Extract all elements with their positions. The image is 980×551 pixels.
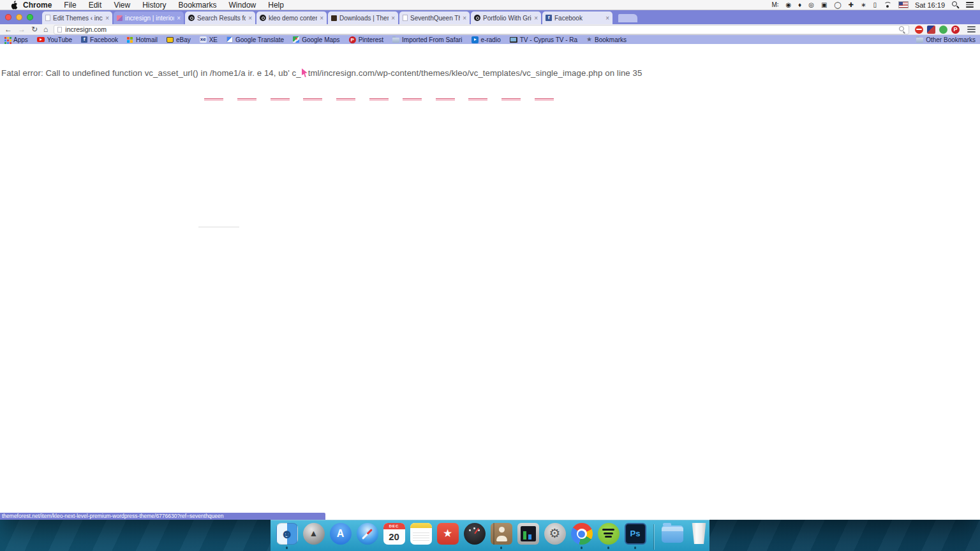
dock-downloads-folder[interactable] — [661, 523, 683, 547]
dock-chrome[interactable] — [570, 523, 593, 549]
new-tab-button[interactable] — [618, 14, 637, 22]
bookmark-google-maps[interactable]: Google Maps — [293, 36, 339, 43]
chrome-menu-icon[interactable] — [967, 26, 976, 33]
menu-link-underline[interactable] — [271, 98, 290, 101]
dock-calendar[interactable]: DEC 20 — [383, 523, 405, 549]
menu-link-underline[interactable] — [468, 98, 487, 101]
address-bar[interactable]: incresign.com — [54, 25, 909, 34]
tab-close-icon[interactable]: × — [605, 15, 609, 22]
menu-bar-clock[interactable]: Sat 16:19 — [915, 1, 945, 9]
menu-link-underline[interactable] — [501, 98, 521, 101]
camera-lens-icon[interactable]: ◎ — [808, 0, 814, 10]
dock-launchpad[interactable]: ▲ — [302, 523, 325, 549]
tab-seventhqueen[interactable]: SeventhQueen Themes De × — [399, 11, 470, 24]
battery-icon[interactable]: ▯ — [873, 0, 877, 10]
bookmark-bookmarks[interactable]: ★ Bookmarks — [586, 36, 627, 43]
dock-system-preferences[interactable]: ⚙ — [544, 523, 566, 549]
menu-bar: Chrome File Edit View History Bookmarks … — [0, 0, 980, 10]
other-bookmarks[interactable]: Other Bookmarks — [916, 36, 976, 43]
tab-close-icon[interactable]: × — [105, 15, 109, 22]
apple-menu-icon[interactable] — [10, 1, 18, 10]
dock-wunderlist[interactable]: ★ — [436, 523, 459, 549]
flag-extension-icon[interactable] — [927, 26, 935, 34]
bluetooth-icon[interactable]: ∗ — [861, 0, 866, 10]
facebook-icon: f — [81, 36, 87, 43]
tab-close-icon[interactable]: × — [534, 15, 538, 22]
dropbox-icon[interactable]: ▣ — [821, 0, 827, 10]
notification-center-icon[interactable] — [966, 2, 974, 8]
bookmark-hotmail[interactable]: Hotmail — [127, 36, 158, 43]
menu-file[interactable]: File — [64, 0, 76, 10]
dock-dashboard[interactable] — [463, 523, 486, 549]
menu-help[interactable]: Help — [268, 0, 284, 10]
bookmark-youtube[interactable]: YouTube — [37, 36, 72, 43]
tab-incresign-active[interactable]: incresign | interior creative × — [114, 11, 184, 24]
sync-app-icon[interactable]: ✚ — [849, 0, 854, 10]
pinterest-extension-icon[interactable]: P — [951, 26, 960, 34]
dock-spotify[interactable] — [597, 523, 620, 549]
tab-kleo-demo-content[interactable]: kleo demo content not inst × — [256, 11, 327, 24]
back-icon[interactable]: ← — [4, 25, 12, 34]
spotlight-icon[interactable] — [952, 1, 959, 8]
dock-contacts[interactable] — [490, 523, 512, 549]
menu-link-underline[interactable] — [535, 98, 554, 101]
menu-link-underline[interactable] — [336, 98, 355, 101]
swirl-app-icon[interactable]: ◉ — [785, 0, 791, 10]
running-indicator — [286, 547, 288, 549]
bookmark-apps[interactable]: Apps — [4, 36, 28, 43]
bookmark-imported-from-safari[interactable]: Imported From Safari — [392, 36, 462, 43]
menu-history[interactable]: History — [142, 0, 166, 10]
menu-link-underline[interactable] — [403, 98, 422, 101]
tab-close-icon[interactable]: × — [177, 15, 181, 22]
dock-app-store[interactable]: A — [329, 523, 352, 549]
tab-portfolio-grid[interactable]: Portfolio With Grid Images × — [471, 11, 541, 24]
bookmark-pinterest[interactable]: P Pinterest — [349, 36, 383, 43]
dock-display-stats[interactable] — [517, 523, 539, 549]
tab-edit-themes[interactable]: Edit Themes ‹ incresign — × — [42, 11, 112, 24]
menu-window[interactable]: Window — [229, 0, 256, 10]
bookmark-xe[interactable]: xe XE — [200, 36, 218, 43]
menu-chrome[interactable]: Chrome — [23, 0, 52, 10]
themeforest-favicon — [260, 15, 266, 21]
menu-link-underline[interactable] — [303, 98, 322, 101]
minimize-window-button[interactable] — [16, 14, 22, 20]
bookmark-google-translate[interactable]: Google Translate — [226, 36, 284, 43]
menu-edit[interactable]: Edit — [89, 0, 102, 10]
home-icon[interactable]: ⌂ — [43, 25, 48, 34]
dock-photoshop[interactable]: Ps — [624, 523, 646, 549]
forward-icon[interactable]: → — [18, 25, 26, 34]
tab-downloads-themeforest[interactable]: Downloads | ThemeForest × — [328, 11, 398, 24]
reload-icon[interactable]: ↻ — [31, 25, 38, 34]
chrome-window: Edit Themes ‹ incresign — × incresign | … — [0, 10, 980, 520]
input-source-flag-icon[interactable] — [899, 2, 908, 8]
bookmark-eradio[interactable]: e-radio — [471, 36, 501, 43]
menu-bookmarks[interactable]: Bookmarks — [179, 0, 217, 10]
green-circle-extension-icon[interactable] — [939, 26, 947, 34]
bookmark-tv-cyprus[interactable]: TV - Cyprus TV - Ra — [510, 36, 577, 43]
tab-facebook[interactable]: f Facebook × — [542, 11, 612, 24]
zoom-indicator-icon[interactable] — [899, 26, 905, 33]
menu-link-underline[interactable] — [436, 98, 455, 101]
keyboard-layout-icon[interactable]: M∶ — [771, 0, 778, 10]
wifi-icon[interactable] — [884, 2, 892, 8]
bookmark-facebook[interactable]: f Facebook — [81, 36, 118, 43]
dock-trash[interactable] — [688, 523, 710, 548]
notification-bell-icon[interactable]: ♦ — [798, 0, 801, 10]
menu-link-underline[interactable] — [369, 98, 389, 101]
tab-search-results[interactable]: Search Results for 'demo c × — [185, 11, 255, 24]
close-window-button[interactable] — [5, 14, 11, 20]
adblock-extension-icon[interactable] — [915, 26, 923, 34]
bookmark-ebay[interactable]: eBay — [167, 36, 191, 43]
tab-close-icon[interactable]: × — [463, 15, 466, 22]
zoom-window-button[interactable] — [27, 14, 33, 20]
menu-link-underline[interactable] — [204, 98, 223, 101]
tab-close-icon[interactable]: × — [320, 15, 323, 22]
tab-close-icon[interactable]: × — [391, 15, 395, 22]
dock-notes[interactable] — [410, 523, 432, 549]
dock-safari[interactable] — [356, 523, 378, 549]
circle-o-app-icon[interactable]: ◯ — [834, 0, 841, 10]
menu-view[interactable]: View — [114, 0, 130, 10]
menu-link-underline[interactable] — [237, 98, 256, 101]
tab-close-icon[interactable]: × — [248, 15, 252, 22]
dock-finder[interactable]: ☻ — [276, 523, 298, 549]
